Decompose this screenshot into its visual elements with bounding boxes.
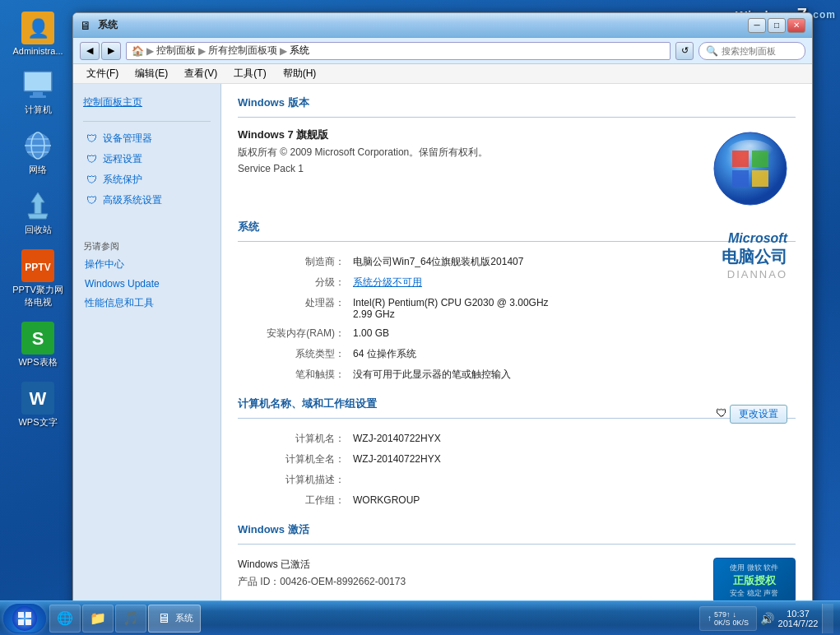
computer-name-section: 计算机名称、域和工作组设置 🛡 更改设置 xyxy=(221,388,812,432)
menu-help[interactable]: 帮助(H) xyxy=(276,65,323,82)
ie-icon: 🌐 xyxy=(57,610,73,627)
activation-title: Windows 激活 xyxy=(238,522,796,537)
desktop-icon-computer[interactable]: 计算机 xyxy=(8,66,67,119)
admin-label: Administra... xyxy=(12,46,63,56)
version-info: Windows 7 旗舰版 版权所有 © 2009 Microsoft Corp… xyxy=(238,127,488,178)
media-icon: 🎵 xyxy=(123,610,139,627)
show-desktop-button[interactable] xyxy=(822,604,833,633)
taskbar-item-ie[interactable]: 🌐 xyxy=(49,605,81,633)
activation-status: Windows 已激活 xyxy=(238,558,697,572)
desktop-icon-network[interactable]: 网络 xyxy=(8,126,67,179)
explorer-icon: 📁 xyxy=(90,610,106,627)
forward-button[interactable]: ▶ xyxy=(101,42,121,60)
sidebar-link-protection[interactable]: 🛡 系统保护 xyxy=(73,169,220,190)
change-settings-button[interactable]: 更改设置 xyxy=(730,405,787,424)
performance-label: 性能信息和工具 xyxy=(85,296,154,310)
sidebar-link-device[interactable]: 🛡 设备管理器 xyxy=(73,128,220,149)
search-box[interactable]: 🔍 xyxy=(698,42,805,60)
rating-label: 分级： xyxy=(238,276,353,290)
windows-service-pack: Service Pack 1 xyxy=(238,163,488,174)
activation-badge: 使用 微软 软件 正版授权 安全 稳定 声誉 xyxy=(713,558,796,603)
menu-tools[interactable]: 工具(T) xyxy=(227,65,272,82)
taskbar-item-media[interactable]: 🎵 xyxy=(115,605,146,633)
clock-time: 10:37 xyxy=(787,609,810,619)
computer-label: 计算机 xyxy=(25,104,52,116)
admin-icon: 👤 xyxy=(21,12,54,44)
volume-icon[interactable]: 🔊 xyxy=(760,612,774,625)
taskbar-item-control-panel[interactable]: 🖥 系统 xyxy=(148,605,201,633)
desktop-icon-recycle[interactable]: 回收站 xyxy=(8,186,67,239)
sidebar-link-action[interactable]: 操作中心 xyxy=(73,254,220,275)
compdesc-label: 计算机描述： xyxy=(238,473,353,487)
ram-value: 1.00 GB xyxy=(353,327,796,339)
breadcrumb-sep-1: ▶ xyxy=(146,45,154,57)
system-row-cpu: 处理器： Intel(R) Pentium(R) CPU G2030 @ 3.0… xyxy=(221,296,812,320)
computer-desc-row: 计算机描述： xyxy=(221,473,812,487)
sidebar-link-advanced[interactable]: 🛡 高级系统设置 xyxy=(73,190,220,211)
search-icon: 🔍 xyxy=(706,45,718,57)
network-speed-tray[interactable]: ↑ 579↑ 0K/S ↓ 0K/S xyxy=(699,606,757,631)
desktop-icon-pptv[interactable]: PPTV PPTV聚力网络电视 xyxy=(8,246,67,312)
computer-name-title: 计算机名称、域和工作组设置 xyxy=(238,396,796,411)
desktop-icon-wpsword[interactable]: W WPS文字 xyxy=(8,378,67,432)
title-text: 系统 xyxy=(98,18,748,32)
taskbar-item-explorer[interactable]: 📁 xyxy=(82,605,114,633)
desktop-icon-admin[interactable]: 👤 Administra... xyxy=(8,8,67,59)
cpu-value: Intel(R) Pentium(R) CPU G2030 @ 3.00GHz … xyxy=(353,297,796,320)
address-input[interactable]: 🏠 ▶ 控制面板 ▶ 所有控制面板项 ▶ 系统 xyxy=(126,42,671,60)
speed-download-unit: 0K/S xyxy=(733,619,750,627)
windows-logo xyxy=(705,127,796,210)
wpsword-label: WPS文字 xyxy=(18,416,57,429)
address-bar: ◀ ▶ 🏠 ▶ 控制面板 ▶ 所有控制面板项 ▶ 系统 ↺ 🔍 xyxy=(73,38,812,64)
menu-file[interactable]: 文件(F) xyxy=(80,65,125,82)
pptv-icon: PPTV xyxy=(21,249,54,282)
pen-label: 笔和触摸： xyxy=(238,368,353,382)
computer-name-row: 计算机名： WZJ-20140722HYX xyxy=(221,432,812,446)
breadcrumb-2: 所有控制面板项 xyxy=(208,44,277,58)
sidebar-divider-1 xyxy=(83,121,211,122)
speed-upload: 579↑ xyxy=(714,610,731,619)
activation-info: Windows 已激活 产品 ID：00426-OEM-8992662-0017… xyxy=(238,558,697,589)
sidebar-link-remote[interactable]: 🛡 远程设置 xyxy=(73,149,220,169)
activation-product-id: 产品 ID：00426-OEM-8992662-00173 xyxy=(238,575,697,589)
pptv-label: PPTV聚力网络电视 xyxy=(12,284,64,308)
computer-name-divider xyxy=(238,418,796,419)
content-area: 控制面板主页 🛡 设备管理器 🛡 远程设置 🛡 系统保护 🛡 高级系统设置 xyxy=(73,84,812,612)
menu-view[interactable]: 查看(V) xyxy=(178,65,224,82)
ms-branding: Microsoft 电脑公司 DIANNAO xyxy=(722,231,787,280)
type-label: 系统类型： xyxy=(238,347,353,361)
close-button[interactable]: ✕ xyxy=(787,18,805,33)
desktop-icon-wps[interactable]: S WPS表格 xyxy=(8,318,67,372)
network-icon xyxy=(21,129,54,162)
compname-label: 计算机名： xyxy=(238,432,353,446)
ram-label: 安装内存(RAM)： xyxy=(238,327,353,341)
sidebar-link-windows-update[interactable]: Windows Update xyxy=(73,275,220,293)
start-button[interactable] xyxy=(3,604,46,633)
badge-line2: 正版授权 xyxy=(733,573,776,588)
ms-brand-line1: Microsoft xyxy=(722,231,787,246)
search-input[interactable] xyxy=(722,46,804,56)
sidebar-main-link[interactable]: 控制面板主页 xyxy=(73,90,220,114)
menu-edit[interactable]: 编辑(E) xyxy=(128,65,174,82)
back-button[interactable]: ◀ xyxy=(80,42,100,60)
minimize-button[interactable]: ─ xyxy=(748,18,766,33)
refresh-button[interactable]: ↺ xyxy=(675,42,694,60)
desktop-icons: 👤 Administra... 计算机 xyxy=(8,8,67,432)
cpu-label: 处理器： xyxy=(238,296,353,310)
wpsword-icon: W xyxy=(21,382,54,415)
advanced-settings-icon: 🛡 xyxy=(85,194,98,207)
system-row-ram: 安装内存(RAM)： 1.00 GB xyxy=(221,327,812,341)
sidebar-link-device-label: 设备管理器 xyxy=(103,132,152,146)
sidebar-link-advanced-label: 高级系统设置 xyxy=(103,193,162,207)
cpu-line2: 2.99 GHz xyxy=(353,308,796,320)
network-label: 网络 xyxy=(29,164,47,176)
windows-update-label: Windows Update xyxy=(85,278,160,290)
title-bar: 🖥 系统 ─ □ ✕ xyxy=(73,13,812,38)
maximize-button[interactable]: □ xyxy=(768,18,786,33)
taskbar-item-label: 系统 xyxy=(175,612,193,624)
main-window: 🖥 系统 ─ □ ✕ ◀ ▶ 🏠 ▶ 控制面板 ▶ 所有控制面板项 ▶ 系统 xyxy=(72,12,813,613)
svg-text:S: S xyxy=(32,328,44,349)
control-panel-taskbar-icon: 🖥 xyxy=(155,610,172,627)
sidebar-link-performance[interactable]: 性能信息和工具 xyxy=(73,293,220,313)
clock[interactable]: 10:37 2014/7/22 xyxy=(777,604,819,633)
